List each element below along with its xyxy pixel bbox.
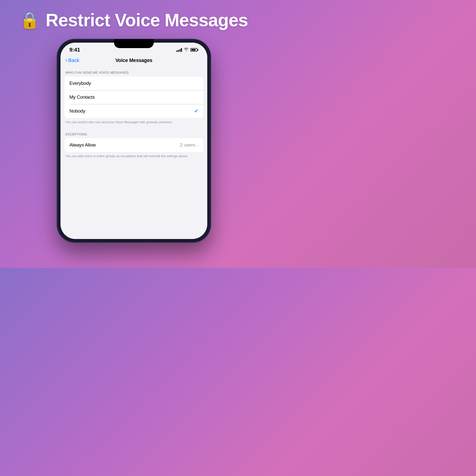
section-label-exceptions: EXCEPTIONS (60, 128, 207, 138)
chevron-right-icon: › (197, 143, 198, 148)
signal-icon (176, 48, 182, 52)
section-label-who-can-send: WHO CAN SEND ME VOICE MESSAGES (60, 67, 207, 76)
page-header: 🔒 Restrict Voice Messages (20, 10, 248, 30)
back-button[interactable]: ‹ Back (65, 57, 79, 63)
list-item-everybody[interactable]: Everybody (64, 76, 203, 90)
exceptions-helper: You can add users or entire groups as ex… (60, 152, 207, 162)
everybody-label: Everybody (69, 81, 91, 86)
content-area: WHO CAN SEND ME VOICE MESSAGES Everybody… (60, 67, 207, 239)
nav-title: Voice Messages (116, 58, 152, 63)
exceptions-list: Always Allow 2 users › (64, 138, 203, 152)
chevron-left-icon: ‹ (65, 57, 67, 63)
nav-bar: ‹ Back Voice Messages (60, 55, 207, 67)
list-item-always-allow[interactable]: Always Allow 2 users › (64, 138, 203, 152)
always-allow-value: 2 users (180, 142, 195, 148)
always-allow-right: 2 users › (180, 142, 198, 148)
always-allow-label: Always Allow (69, 142, 96, 148)
back-label: Back (68, 58, 79, 63)
battery-icon (190, 48, 198, 52)
phone-notch (114, 43, 154, 48)
list-item-nobody[interactable]: Nobody ✓ (64, 104, 203, 118)
page-title: Restrict Voice Messages (46, 10, 248, 30)
who-can-send-list: Everybody My Contacts Nobody ✓ (64, 76, 203, 118)
who-can-send-helper: You can restrict who can send you Voice … (60, 118, 207, 128)
status-time: 9:41 (69, 47, 80, 53)
lock-icon: 🔒 (20, 11, 40, 30)
phone-screen: 9:41 (60, 43, 207, 239)
list-item-my-contacts[interactable]: My Contacts (64, 90, 203, 104)
selected-checkmark: ✓ (194, 108, 198, 114)
wifi-icon (184, 48, 188, 52)
status-icons (176, 48, 199, 52)
nobody-label: Nobody (69, 108, 85, 114)
my-contacts-label: My Contacts (69, 94, 95, 100)
phone-frame: 9:41 (57, 39, 211, 242)
